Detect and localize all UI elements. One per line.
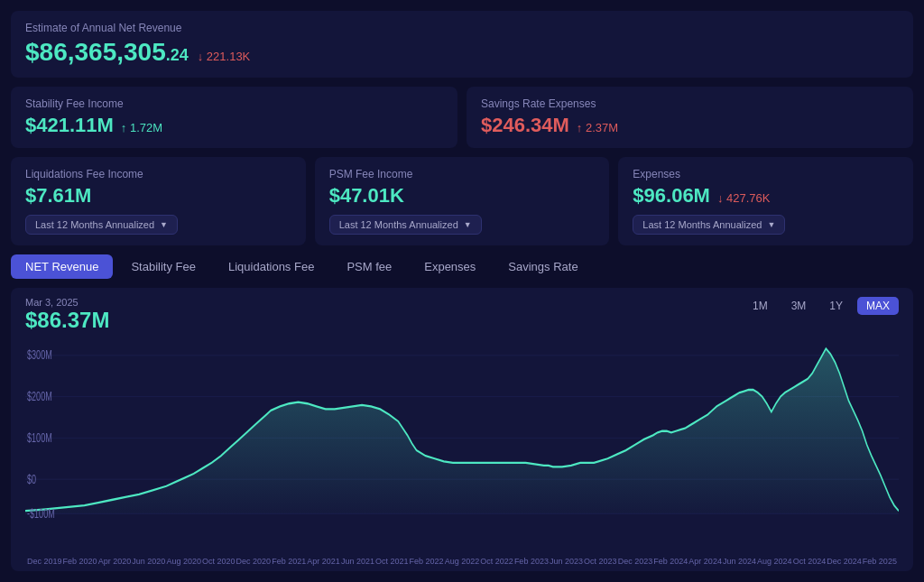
tf-1m[interactable]: 1M: [744, 297, 777, 315]
tabs-row: NET Revenue Stability Fee Liquidations F…: [11, 254, 913, 279]
expenses-card: Expenses $96.06M ↓ 427.76K Last 12 Month…: [618, 157, 913, 245]
chevron-down-icon: ▼: [464, 220, 472, 229]
chart-area: Mar 3, 2025 $86.37M 1M 3M 1Y MAX: [11, 288, 913, 571]
revenue-chart: $300M $200M $100M $0 -$100M: [25, 335, 899, 555]
chevron-down-icon: ▼: [767, 220, 775, 229]
row3-cards: Liquidations Fee Income $7.61M Last 12 M…: [11, 157, 913, 245]
tab-net-revenue[interactable]: NET Revenue: [11, 254, 113, 279]
liquidations-dropdown[interactable]: Last 12 Months Annualized ▼: [25, 215, 178, 235]
psm-fee-label: PSM Fee Income: [329, 168, 596, 180]
svg-text:-$100M: -$100M: [27, 506, 55, 520]
chart-header: Mar 3, 2025 $86.37M 1M 3M 1Y MAX: [25, 297, 899, 333]
row2-cards: Stability Fee Income $421.11M ↑ 1.72M Sa…: [11, 87, 913, 148]
annual-revenue-card: Estimate of Annual Net Revenue $86,365,3…: [11, 11, 913, 78]
stability-fee-change: ↑ 1.72M: [121, 121, 162, 134]
tab-liquidations-fee[interactable]: Liquidations Fee: [214, 254, 328, 279]
psm-fee-value: $47.01K: [329, 184, 404, 208]
stability-fee-label: Stability Fee Income: [25, 97, 443, 110]
tf-max[interactable]: MAX: [857, 297, 899, 315]
svg-text:$300M: $300M: [27, 347, 52, 361]
psm-fee-card: PSM Fee Income $47.01K Last 12 Months An…: [315, 157, 610, 245]
svg-text:$200M: $200M: [27, 389, 52, 402]
tab-savings-rate[interactable]: Savings Rate: [494, 254, 592, 279]
chart-current-value: $86.37M: [25, 308, 109, 333]
expenses-change: ↓ 427.76K: [717, 191, 771, 205]
liquidations-fee-value: $7.61M: [25, 184, 91, 208]
expenses-dropdown[interactable]: Last 12 Months Annualized ▼: [633, 215, 785, 235]
annual-revenue-value: $86,365,305.24: [25, 38, 189, 67]
liquidations-fee-card: Liquidations Fee Income $7.61M Last 12 M…: [11, 157, 306, 245]
x-axis-labels: Dec 2019 Feb 2020 Apr 2020 Jun 2020 Aug …: [25, 557, 899, 566]
expenses-label: Expenses: [633, 168, 899, 180]
tab-expenses[interactable]: Expenses: [410, 254, 490, 279]
annual-revenue-change: ↓ 221.13K: [198, 50, 251, 63]
stability-fee-income-card: Stability Fee Income $421.11M ↑ 1.72M: [11, 87, 457, 148]
chart-date: Mar 3, 2025: [25, 297, 109, 308]
expenses-value: $96.06M: [633, 184, 710, 208]
svg-text:$100M: $100M: [27, 430, 52, 444]
savings-rate-value: $246.34M: [481, 114, 569, 137]
dashboard: Estimate of Annual Net Revenue $86,365,3…: [0, 0, 924, 582]
tab-psm-fee[interactable]: PSM fee: [332, 254, 406, 279]
tab-stability-fee[interactable]: Stability Fee: [116, 254, 210, 279]
svg-text:$0: $0: [27, 472, 37, 485]
chevron-down-icon: ▼: [160, 220, 168, 229]
annual-revenue-label: Estimate of Annual Net Revenue: [25, 22, 899, 34]
timeframe-buttons: 1M 3M 1Y MAX: [744, 297, 899, 315]
psm-dropdown[interactable]: Last 12 Months Annualized ▼: [329, 215, 482, 235]
savings-rate-change: ↑ 2.37M: [577, 121, 618, 134]
stability-fee-value: $421.11M: [25, 114, 114, 137]
savings-rate-label: Savings Rate Expenses: [481, 97, 899, 110]
savings-rate-expenses-card: Savings Rate Expenses $246.34M ↑ 2.37M: [467, 87, 913, 148]
chart-svg-container: $300M $200M $100M $0 -$100M: [25, 335, 899, 555]
chart-meta: Mar 3, 2025 $86.37M: [25, 297, 109, 333]
tf-1y[interactable]: 1Y: [820, 297, 852, 315]
tf-3m[interactable]: 3M: [782, 297, 816, 315]
liquidations-fee-label: Liquidations Fee Income: [25, 168, 291, 180]
